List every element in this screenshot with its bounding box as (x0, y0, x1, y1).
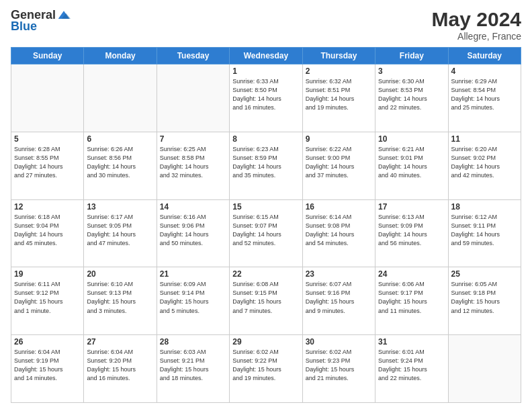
week-row-4: 19Sunrise: 6:11 AM Sunset: 9:12 PM Dayli… (11, 267, 521, 335)
day-info: Sunrise: 6:30 AM Sunset: 8:53 PM Dayligh… (378, 77, 445, 112)
logo-icon (57, 9, 71, 22)
day-info: Sunrise: 6:11 AM Sunset: 9:12 PM Dayligh… (14, 280, 81, 315)
weekday-header-wednesday: Wednesday (230, 48, 302, 64)
calendar-cell: 24Sunrise: 6:06 AM Sunset: 9:17 PM Dayli… (375, 267, 448, 335)
calendar-cell: 14Sunrise: 6:16 AM Sunset: 9:06 PM Dayli… (157, 199, 229, 267)
day-info: Sunrise: 6:04 AM Sunset: 9:20 PM Dayligh… (87, 348, 153, 383)
day-info: Sunrise: 6:09 AM Sunset: 9:14 PM Dayligh… (160, 280, 226, 315)
calendar-cell: 16Sunrise: 6:14 AM Sunset: 9:08 PM Dayli… (302, 199, 375, 267)
calendar-cell: 5Sunrise: 6:28 AM Sunset: 8:55 PM Daylig… (11, 132, 84, 199)
day-number: 4 (451, 66, 518, 76)
day-number: 27 (87, 337, 153, 347)
calendar-cell: 12Sunrise: 6:18 AM Sunset: 9:04 PM Dayli… (11, 199, 84, 267)
day-info: Sunrise: 6:33 AM Sunset: 8:50 PM Dayligh… (232, 77, 299, 112)
day-number: 2 (306, 66, 372, 76)
calendar-cell (84, 64, 157, 132)
day-info: Sunrise: 6:29 AM Sunset: 8:54 PM Dayligh… (451, 77, 518, 112)
day-info: Sunrise: 6:04 AM Sunset: 9:19 PM Dayligh… (14, 348, 81, 383)
day-info: Sunrise: 6:21 AM Sunset: 9:01 PM Dayligh… (378, 145, 445, 180)
calendar-cell: 1Sunrise: 6:33 AM Sunset: 8:50 PM Daylig… (230, 64, 302, 132)
day-info: Sunrise: 6:01 AM Sunset: 9:24 PM Dayligh… (378, 348, 445, 383)
day-number: 3 (378, 66, 445, 76)
day-number: 30 (306, 337, 372, 347)
logo: General Blue (11, 8, 71, 34)
day-info: Sunrise: 6:22 AM Sunset: 9:00 PM Dayligh… (306, 145, 372, 180)
day-info: Sunrise: 6:06 AM Sunset: 9:17 PM Dayligh… (378, 280, 445, 315)
calendar-cell (11, 64, 84, 132)
calendar-cell: 28Sunrise: 6:03 AM Sunset: 9:21 PM Dayli… (157, 335, 229, 403)
day-info: Sunrise: 6:02 AM Sunset: 9:23 PM Dayligh… (306, 348, 372, 383)
day-number: 6 (87, 134, 153, 144)
calendar-cell: 6Sunrise: 6:26 AM Sunset: 8:56 PM Daylig… (84, 132, 157, 199)
calendar-cell: 18Sunrise: 6:12 AM Sunset: 9:11 PM Dayli… (448, 199, 521, 267)
day-number: 7 (160, 134, 226, 144)
logo-blue: Blue (11, 19, 37, 34)
day-number: 31 (378, 337, 445, 347)
week-row-1: 1Sunrise: 6:33 AM Sunset: 8:50 PM Daylig… (11, 64, 521, 132)
title-area: May 2024 Allegre, France (432, 8, 521, 42)
calendar-cell: 23Sunrise: 6:07 AM Sunset: 9:16 PM Dayli… (302, 267, 375, 335)
day-number: 8 (232, 134, 299, 144)
weekday-header-friday: Friday (375, 48, 448, 64)
week-row-2: 5Sunrise: 6:28 AM Sunset: 8:55 PM Daylig… (11, 132, 521, 199)
day-number: 29 (232, 337, 299, 347)
calendar-cell: 31Sunrise: 6:01 AM Sunset: 9:24 PM Dayli… (375, 335, 448, 403)
day-number: 19 (14, 269, 81, 279)
weekday-header-tuesday: Tuesday (157, 48, 229, 64)
day-number: 9 (306, 134, 372, 144)
calendar-cell: 25Sunrise: 6:05 AM Sunset: 9:18 PM Dayli… (448, 267, 521, 335)
month-title: May 2024 (432, 8, 521, 31)
calendar-cell: 9Sunrise: 6:22 AM Sunset: 9:00 PM Daylig… (302, 132, 375, 199)
weekday-header-thursday: Thursday (302, 48, 375, 64)
page: General Blue May 2024 Allegre, France Su… (0, 0, 532, 411)
calendar-cell: 19Sunrise: 6:11 AM Sunset: 9:12 PM Dayli… (11, 267, 84, 335)
calendar-cell: 22Sunrise: 6:08 AM Sunset: 9:15 PM Dayli… (230, 267, 302, 335)
calendar-cell: 4Sunrise: 6:29 AM Sunset: 8:54 PM Daylig… (448, 64, 521, 132)
calendar-cell: 8Sunrise: 6:23 AM Sunset: 8:59 PM Daylig… (230, 132, 302, 199)
day-number: 20 (87, 269, 153, 279)
day-number: 25 (451, 269, 518, 279)
header: General Blue May 2024 Allegre, France (11, 8, 521, 42)
calendar-cell (157, 64, 229, 132)
weekday-header-saturday: Saturday (448, 48, 521, 64)
calendar-cell: 20Sunrise: 6:10 AM Sunset: 9:13 PM Dayli… (84, 267, 157, 335)
calendar-table: SundayMondayTuesdayWednesdayThursdayFrid… (11, 47, 521, 403)
calendar-cell: 10Sunrise: 6:21 AM Sunset: 9:01 PM Dayli… (375, 132, 448, 199)
calendar-cell: 15Sunrise: 6:15 AM Sunset: 9:07 PM Dayli… (230, 199, 302, 267)
day-info: Sunrise: 6:32 AM Sunset: 8:51 PM Dayligh… (306, 77, 372, 112)
day-info: Sunrise: 6:23 AM Sunset: 8:59 PM Dayligh… (232, 145, 299, 180)
calendar-cell: 3Sunrise: 6:30 AM Sunset: 8:53 PM Daylig… (375, 64, 448, 132)
day-info: Sunrise: 6:18 AM Sunset: 9:04 PM Dayligh… (14, 213, 81, 248)
day-info: Sunrise: 6:13 AM Sunset: 9:09 PM Dayligh… (378, 213, 445, 248)
calendar-cell: 29Sunrise: 6:02 AM Sunset: 9:22 PM Dayli… (230, 335, 302, 403)
calendar-cell (448, 335, 521, 403)
day-number: 18 (451, 202, 518, 212)
calendar-cell: 30Sunrise: 6:02 AM Sunset: 9:23 PM Dayli… (302, 335, 375, 403)
calendar-cell: 11Sunrise: 6:20 AM Sunset: 9:02 PM Dayli… (448, 132, 521, 199)
day-number: 10 (378, 134, 445, 144)
day-number: 23 (306, 269, 372, 279)
day-info: Sunrise: 6:07 AM Sunset: 9:16 PM Dayligh… (306, 280, 372, 315)
day-info: Sunrise: 6:02 AM Sunset: 9:22 PM Dayligh… (232, 348, 299, 383)
day-number: 17 (378, 202, 445, 212)
day-number: 5 (14, 134, 81, 144)
day-info: Sunrise: 6:05 AM Sunset: 9:18 PM Dayligh… (451, 280, 518, 315)
calendar-cell: 2Sunrise: 6:32 AM Sunset: 8:51 PM Daylig… (302, 64, 375, 132)
day-info: Sunrise: 6:12 AM Sunset: 9:11 PM Dayligh… (451, 213, 518, 248)
day-number: 28 (160, 337, 226, 347)
calendar-cell: 26Sunrise: 6:04 AM Sunset: 9:19 PM Dayli… (11, 335, 84, 403)
day-number: 12 (14, 202, 81, 212)
calendar-cell: 27Sunrise: 6:04 AM Sunset: 9:20 PM Dayli… (84, 335, 157, 403)
week-row-5: 26Sunrise: 6:04 AM Sunset: 9:19 PM Dayli… (11, 335, 521, 403)
day-number: 22 (232, 269, 299, 279)
day-number: 15 (232, 202, 299, 212)
day-info: Sunrise: 6:14 AM Sunset: 9:08 PM Dayligh… (306, 213, 372, 248)
day-number: 24 (378, 269, 445, 279)
weekday-header-row: SundayMondayTuesdayWednesdayThursdayFrid… (11, 48, 521, 64)
day-number: 13 (87, 202, 153, 212)
day-number: 26 (14, 337, 81, 347)
day-info: Sunrise: 6:16 AM Sunset: 9:06 PM Dayligh… (160, 213, 226, 248)
calendar-cell: 17Sunrise: 6:13 AM Sunset: 9:09 PM Dayli… (375, 199, 448, 267)
weekday-header-monday: Monday (84, 48, 157, 64)
day-number: 16 (306, 202, 372, 212)
